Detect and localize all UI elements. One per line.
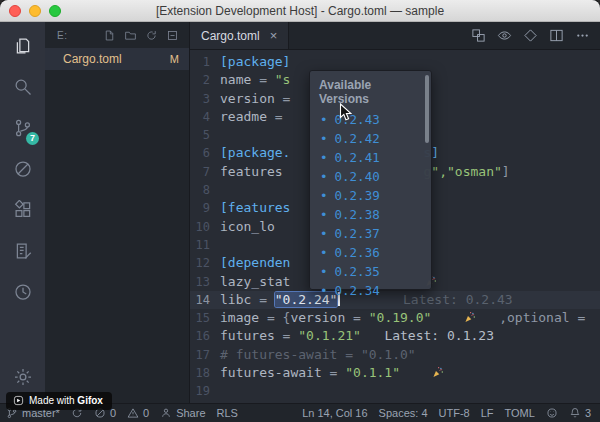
activity-bar: 7	[0, 22, 45, 403]
activity-history[interactable]	[0, 271, 45, 312]
activity-source-control[interactable]: 7	[0, 107, 45, 148]
refresh-icon[interactable]	[145, 29, 158, 42]
status-language-mode[interactable]: TOML	[505, 407, 535, 419]
collapse-all-icon[interactable]	[166, 29, 179, 42]
report-icon	[13, 241, 33, 261]
code-text: image = {version = "0.19.0" ,optional =	[220, 309, 593, 327]
new-file-icon[interactable]	[103, 29, 116, 42]
share-icon	[160, 407, 172, 419]
zoom-window-button[interactable]	[49, 5, 61, 17]
line-number: 14	[190, 291, 220, 309]
sidebar-file-cargo-toml[interactable]: Cargo.toml M	[45, 48, 189, 70]
status-notifications-label: 3	[585, 407, 591, 419]
smiley-icon	[546, 407, 558, 419]
activity-report[interactable]	[0, 230, 45, 271]
status-notifications[interactable]: 3	[569, 407, 591, 419]
run-icon[interactable]	[523, 28, 538, 43]
split-editor-icon[interactable]	[549, 28, 564, 43]
tab-cargo-toml[interactable]: Cargo.toml ×	[190, 22, 289, 49]
line-number: 11	[190, 236, 220, 254]
status-eol[interactable]: LF	[481, 407, 494, 419]
open-preview-icon[interactable]	[497, 28, 512, 43]
version-item-0.2.39[interactable]: 0.2.39	[310, 186, 431, 205]
tab-close-icon[interactable]: ×	[270, 29, 278, 42]
clock-icon	[13, 282, 33, 302]
code-line-16[interactable]: 16futures = "0.1.21" Latest: 0.1.23	[190, 327, 600, 345]
status-live-share[interactable]: Share	[160, 407, 205, 419]
new-folder-icon[interactable]	[124, 29, 137, 42]
sidebar-header-label: E:	[57, 30, 67, 41]
version-item-0.2.37[interactable]: 0.2.37	[310, 224, 431, 243]
gear-icon	[13, 367, 33, 387]
code-line-1[interactable]: 1[package]	[190, 53, 600, 71]
activity-search[interactable]	[0, 66, 45, 107]
line-number: 7	[190, 163, 220, 181]
popup-list: 0.2.430.2.420.2.410.2.400.2.390.2.380.2.…	[310, 110, 431, 300]
line-number: 18	[190, 364, 220, 382]
status-indentation[interactable]: Spaces: 4	[379, 407, 428, 419]
more-actions-icon[interactable]	[575, 28, 590, 43]
gifox-logo-icon	[13, 395, 24, 406]
popup-title: Available Versions	[310, 71, 431, 110]
version-item-0.2.40[interactable]: 0.2.40	[310, 167, 431, 186]
activity-explorer[interactable]	[0, 25, 45, 66]
git-modified-badge: M	[170, 53, 179, 65]
titlebar: [Extension Development Host] - Cargo.tom…	[0, 0, 600, 22]
code-line-18[interactable]: 18futures-await = "0.1.1"	[190, 364, 600, 382]
status-eol-label: LF	[481, 407, 494, 419]
line-number: 10	[190, 218, 220, 236]
activity-bar-items: 7	[0, 25, 45, 312]
code-text: version =	[220, 90, 298, 108]
code-line-15[interactable]: 15image = {version = "0.19.0" ,optional …	[190, 309, 600, 327]
status-language-mode-label: TOML	[505, 407, 535, 419]
line-number: 19	[190, 382, 220, 400]
code-text: [dependen	[220, 254, 290, 272]
popup-scrollbar[interactable]	[425, 75, 429, 143]
version-item-0.2.34[interactable]: 0.2.34	[310, 281, 431, 300]
status-encoding-label: UTF-8	[439, 407, 470, 419]
status-cursor-position-label: Ln 14, Col 16	[302, 407, 367, 419]
code-text: futures = "0.1.21" Latest: 0.1.23	[220, 327, 494, 345]
status-feedback[interactable]	[546, 407, 558, 419]
tab-bar: Cargo.toml ×	[190, 22, 600, 50]
activity-debug[interactable]	[0, 148, 45, 189]
tab-label: Cargo.toml	[201, 29, 260, 43]
version-item-0.2.35[interactable]: 0.2.35	[310, 262, 431, 281]
close-window-button[interactable]	[9, 5, 21, 17]
minimize-window-button[interactable]	[29, 5, 41, 17]
line-number: 5	[190, 126, 220, 144]
search-icon	[13, 77, 33, 97]
open-changes-icon[interactable]	[471, 28, 486, 43]
status-rls-label: RLS	[217, 407, 238, 419]
sidebar-header: E:	[45, 22, 189, 48]
sidebar-actions	[103, 29, 179, 42]
window-title: [Extension Development Host] - Cargo.tom…	[0, 4, 600, 18]
status-warnings-label: 0	[143, 407, 149, 419]
version-item-0.2.43[interactable]: 0.2.43	[310, 110, 431, 129]
code-text: [features	[220, 199, 290, 217]
version-item-0.2.42[interactable]: 0.2.42	[310, 129, 431, 148]
code-line-19[interactable]: 19	[190, 382, 600, 400]
status-rls[interactable]: RLS	[217, 407, 238, 419]
status-cursor-position[interactable]: Ln 14, Col 16	[302, 407, 367, 419]
line-number: 9	[190, 199, 220, 217]
activity-extensions[interactable]	[0, 189, 45, 230]
files-icon	[13, 36, 33, 56]
version-item-0.2.41[interactable]: 0.2.41	[310, 148, 431, 167]
traffic-lights	[0, 5, 61, 17]
code-text: readme =	[220, 108, 290, 126]
line-number: 15	[190, 309, 220, 327]
status-right: Ln 14, Col 16Spaces: 4UTF-8LFTOML3	[302, 407, 591, 419]
line-number: 3	[190, 90, 220, 108]
version-item-0.2.38[interactable]: 0.2.38	[310, 205, 431, 224]
code-line-17[interactable]: 17# futures-await = "0.1.0"	[190, 346, 600, 364]
status-live-share-label: Share	[176, 407, 205, 419]
activity-settings[interactable]	[0, 356, 45, 397]
version-item-0.2.36[interactable]: 0.2.36	[310, 243, 431, 262]
status-encoding[interactable]: UTF-8	[439, 407, 470, 419]
line-number: 1	[190, 53, 220, 71]
line-number: 2	[190, 71, 220, 89]
party-popper-icon	[431, 366, 444, 379]
status-warnings[interactable]: 0	[127, 407, 149, 419]
watermark-text: Made with Gifox	[29, 395, 103, 406]
